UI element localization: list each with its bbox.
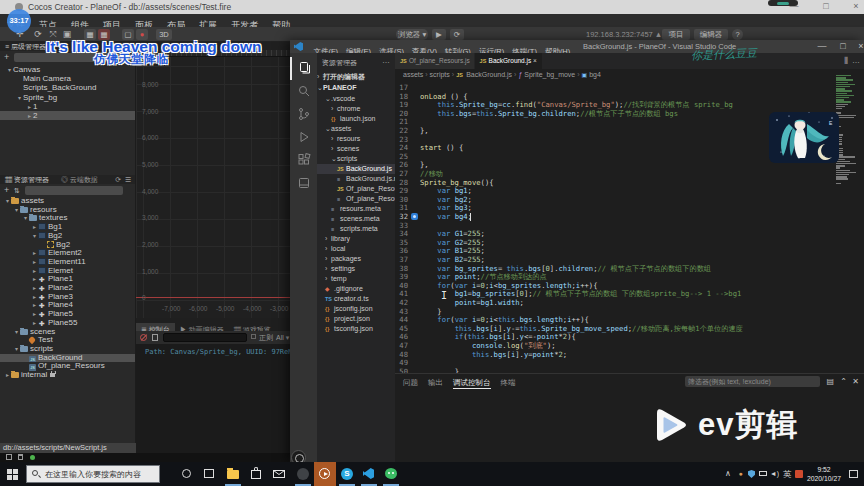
- help-button[interactable]: ?: [732, 29, 743, 40]
- hierarchy-tab[interactable]: ≡ 层级管理器: [0, 42, 51, 51]
- breadcrumb-scripts[interactable]: scripts: [430, 71, 450, 78]
- regex-checkbox[interactable]: [251, 334, 256, 339]
- breadcrumb-assets[interactable]: assets: [403, 71, 423, 78]
- asset-Test[interactable]: Test: [0, 336, 135, 345]
- tray-volume-icon[interactable]: ◄): [768, 462, 781, 486]
- asset-Element11[interactable]: ▸Element11: [0, 258, 135, 267]
- refresh-assets-icon[interactable]: ⟳: [115, 175, 121, 184]
- explorer-item-jsconfig.json[interactable]: {}jsconfig.json: [317, 304, 395, 314]
- file-explorer-taskbar-icon[interactable]: [222, 462, 244, 486]
- hierarchy-node-1[interactable]: ▸1: [0, 102, 135, 111]
- console-clear-icon[interactable]: [6, 454, 12, 460]
- explorer-item-Of_plane_Resours.j...[interactable]: ≡Of_plane_Resours.j...: [317, 194, 395, 204]
- rotate-tool-icon[interactable]: ⟳: [31, 29, 45, 40]
- play-button[interactable]: ▶: [432, 29, 446, 40]
- asset-Bg2[interactable]: Bg2: [0, 241, 135, 250]
- asset-resours[interactable]: ▾resours: [0, 206, 135, 215]
- asset-Bg2[interactable]: ▾Bg2: [0, 232, 135, 241]
- split-editor-icon[interactable]: ⫼: [844, 53, 848, 69]
- vscode-minimize-button[interactable]: —: [812, 40, 832, 54]
- activity-extensions-icon[interactable]: [290, 149, 317, 172]
- add-asset-button[interactable]: +: [4, 186, 9, 195]
- panel-tab-终端[interactable]: 终端: [501, 377, 516, 388]
- asset-scenes[interactable]: ▾scenes: [0, 328, 135, 337]
- cloud-tab[interactable]: ◎ 云端数据: [56, 175, 103, 184]
- explorer-item-scenes.meta[interactable]: ≡scenes.meta: [317, 214, 395, 224]
- tray-ime-indicator[interactable]: 英: [782, 462, 793, 486]
- asset-Plane55[interactable]: ▸✚Plane55: [0, 319, 135, 328]
- asset-Of_plane_Resours[interactable]: JSOf_plane_Resours: [0, 362, 135, 371]
- explorer-item-local[interactable]: ›local: [317, 244, 395, 254]
- explorer-item-BackGround.js.meta[interactable]: ≡BackGround.js.meta: [317, 174, 395, 184]
- asset-textures[interactable]: ▾textures: [0, 214, 135, 223]
- explorer-item-Of_plane_Resours.js[interactable]: JSOf_plane_Resours.js: [317, 184, 395, 194]
- open-editor-button[interactable]: 编辑器: [694, 29, 728, 40]
- open-project-button[interactable]: 项目: [662, 29, 690, 40]
- explorer-item-packages[interactable]: ›packages: [317, 254, 395, 264]
- wechat-taskbar-icon[interactable]: [380, 462, 402, 486]
- activity-search-icon[interactable]: [290, 80, 317, 103]
- assets-tab[interactable]: ▦ 资源管理器: [0, 175, 54, 184]
- debug-filter-input[interactable]: 筛选器(例如 text, !exclude): [685, 376, 820, 387]
- add-node-button[interactable]: +: [4, 53, 9, 62]
- panel-tab-输出[interactable]: 输出: [428, 377, 443, 388]
- explorer-item-assets[interactable]: ⌄assets: [317, 124, 395, 134]
- panel-tab-调试控制台[interactable]: 调试控制台: [453, 377, 491, 389]
- hierarchy-node-Main Camera[interactable]: Main Camera: [0, 74, 135, 83]
- explorer-item-BackGround.js[interactable]: JSBackGround.js: [317, 164, 395, 174]
- explorer-item-.vscode[interactable]: ⌄.vscode: [317, 94, 395, 104]
- sort-assets-icon[interactable]: ⇅: [14, 186, 20, 195]
- asset-Plane4[interactable]: ▸✚Plane4: [0, 301, 135, 310]
- cocos-close-button[interactable]: ×: [846, 0, 864, 14]
- tray-network-icon[interactable]: [757, 462, 768, 486]
- explorer-item-chrome[interactable]: ›chrome: [317, 104, 395, 114]
- clear-console-icon[interactable]: [140, 334, 147, 341]
- explorer-item-resours.meta[interactable]: ≡resours.meta: [317, 204, 395, 214]
- asset-Plane1[interactable]: ▸✚Plane1: [0, 275, 135, 284]
- log-level-dropdown[interactable]: All ▾: [276, 331, 289, 344]
- panel-close-icon[interactable]: ✕: [852, 377, 859, 387]
- vscode-maximize-button[interactable]: □: [833, 40, 853, 54]
- activity-run-debug-icon[interactable]: [290, 126, 317, 149]
- explorer-item-creator.d.ts[interactable]: TScreator.d.ts: [317, 294, 395, 304]
- hierarchy-node-Scripts_BackGround[interactable]: Scripts_BackGround: [0, 83, 135, 92]
- explorer-item-project.json[interactable]: {}project.json: [317, 314, 395, 324]
- asset-BackGround[interactable]: JSBackGround: [0, 354, 135, 363]
- task-view-button[interactable]: [198, 462, 220, 486]
- asset-assets[interactable]: ▾assets: [0, 197, 135, 206]
- hierarchy-node-Sprite_bg[interactable]: ▾Sprite_bg: [0, 93, 135, 102]
- scene-view[interactable]: 8,0007,0006,0005,0004,0003,0002,0001,000…: [136, 42, 305, 318]
- cocos-maximize-button[interactable]: □: [816, 0, 836, 14]
- asset-Plane3[interactable]: ▸✚Plane3: [0, 293, 135, 302]
- breadcrumb-bg4[interactable]: ▣ bg4: [582, 71, 601, 78]
- breadcrumb-BackGround.js[interactable]: JSBackGround.js: [456, 71, 512, 78]
- refresh-button[interactable]: ⟳: [450, 29, 464, 40]
- explorer-item-.gitignore[interactable]: ◆.gitignore: [317, 284, 395, 294]
- explorer-item-settings[interactable]: ›settings: [317, 264, 395, 274]
- notification-center-icon[interactable]: [846, 462, 860, 486]
- editor-tab-Of_plane_Resours.js[interactable]: JSOf_plane_Resours.js: [395, 53, 475, 69]
- panel-maximize-icon[interactable]: ⌃: [840, 377, 847, 387]
- tray-defender-icon[interactable]: [746, 462, 757, 486]
- explorer-actions-icon[interactable]: …: [382, 56, 390, 65]
- asset-Plane2[interactable]: ▸✚Plane2: [0, 284, 135, 293]
- trash-icon[interactable]: [18, 454, 23, 460]
- asset-Plane5[interactable]: ▸✚Plane5: [0, 310, 135, 319]
- panel-tab-问题[interactable]: 问题: [403, 377, 418, 388]
- asset-Element2[interactable]: ▸Element2: [0, 249, 135, 258]
- store-taskbar-icon[interactable]: [245, 462, 267, 486]
- taskbar-clock[interactable]: 9:522020/10/27: [804, 465, 844, 483]
- explorer-item-scripts.meta[interactable]: ≡scripts.meta: [317, 224, 395, 234]
- tray-app-icon[interactable]: [793, 462, 804, 486]
- panel-layout-icon[interactable]: ▤: [826, 377, 834, 387]
- explorer-item-tsconfig.json[interactable]: {}tsconfig.json: [317, 324, 395, 334]
- breadcrumb[interactable]: assets›scripts›JSBackGround.js›ƒ Sprite_…: [395, 69, 864, 80]
- skype-taskbar-icon[interactable]: S: [336, 462, 358, 486]
- taskbar-search-box[interactable]: 在这里输入你要搜索的内容: [26, 465, 160, 483]
- vscode-close-button[interactable]: ×: [851, 40, 864, 54]
- activity-explorer-icon[interactable]: [290, 57, 317, 80]
- preview-target-dropdown[interactable]: 浏览器 ▾: [396, 29, 428, 40]
- activity-source-control-icon[interactable]: [290, 103, 317, 126]
- editor-more-actions-icon[interactable]: …: [852, 53, 860, 69]
- ev-recorder-taskbar-icon[interactable]: [314, 462, 336, 486]
